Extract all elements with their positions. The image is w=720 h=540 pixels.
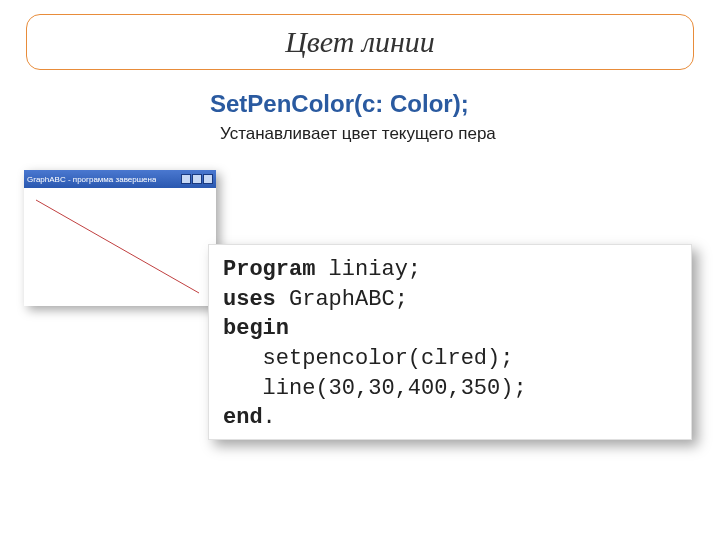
- page-title: Цвет линии: [285, 25, 435, 59]
- drawn-line: [24, 188, 216, 306]
- code-text: line(30,30,400,350);: [223, 376, 527, 401]
- minimize-icon: [181, 174, 191, 184]
- procedure-description: Устанавливает цвет текущего пера: [220, 124, 496, 144]
- code-text: liniay;: [315, 257, 421, 282]
- title-container: Цвет линии: [26, 14, 694, 70]
- window-title: GraphABC - программа завершена: [27, 175, 156, 184]
- output-window: GraphABC - программа завершена: [24, 170, 216, 306]
- code-keyword: begin: [223, 316, 289, 341]
- close-icon: [203, 174, 213, 184]
- code-text: .: [263, 405, 276, 430]
- svg-line-0: [36, 200, 199, 293]
- maximize-icon: [192, 174, 202, 184]
- code-keyword: uses: [223, 287, 276, 312]
- code-text: GraphABC;: [276, 287, 408, 312]
- code-listing: Program liniay; uses GraphABC; begin set…: [208, 244, 692, 440]
- window-controls: [181, 174, 213, 184]
- window-titlebar: GraphABC - программа завершена: [24, 170, 216, 188]
- procedure-signature: SetPenColor(c: Color);: [210, 90, 469, 118]
- code-keyword: end: [223, 405, 263, 430]
- code-keyword: Program: [223, 257, 315, 282]
- window-client-area: [24, 188, 216, 306]
- code-text: setpencolor(clred);: [223, 346, 513, 371]
